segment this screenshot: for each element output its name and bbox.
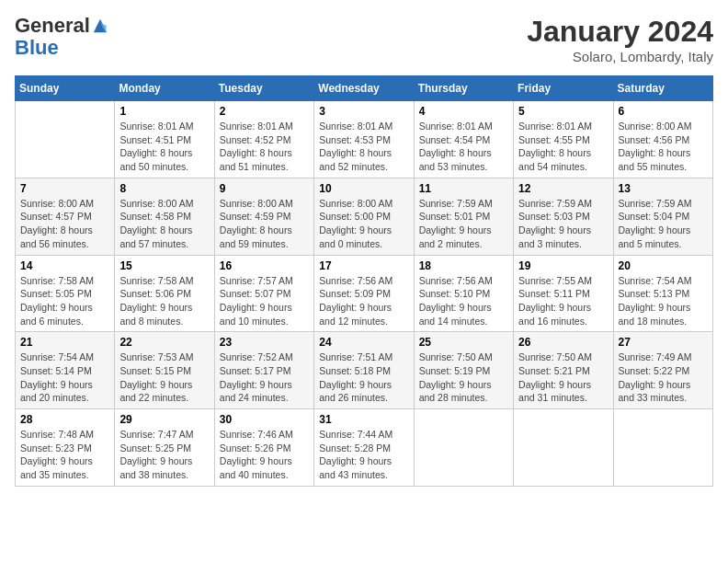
weekday-header-wednesday: Wednesday: [314, 76, 414, 101]
calendar-cell: [414, 409, 513, 487]
calendar-cell: 5Sunrise: 8:01 AMSunset: 4:55 PMDaylight…: [514, 101, 613, 178]
day-number: 29: [119, 413, 209, 426]
day-info: Sunrise: 7:46 AMSunset: 5:26 PMDaylight:…: [220, 428, 309, 482]
calendar-cell: [16, 101, 115, 178]
calendar-cell: [613, 409, 712, 487]
calendar-cell: 12Sunrise: 7:59 AMSunset: 5:03 PMDayligh…: [514, 178, 613, 255]
calendar-week-row: 21Sunrise: 7:54 AMSunset: 5:14 PMDayligh…: [16, 332, 713, 409]
day-info: Sunrise: 8:00 AMSunset: 5:00 PMDaylight:…: [319, 197, 408, 251]
calendar-table: SundayMondayTuesdayWednesdayThursdayFrid…: [15, 75, 713, 487]
calendar-cell: [514, 409, 613, 487]
day-info: Sunrise: 7:59 AMSunset: 5:03 PMDaylight:…: [518, 197, 608, 251]
calendar-cell: 6Sunrise: 8:00 AMSunset: 4:56 PMDaylight…: [613, 101, 712, 178]
calendar-cell: 28Sunrise: 7:48 AMSunset: 5:23 PMDayligh…: [16, 409, 115, 487]
day-info: Sunrise: 8:00 AMSunset: 4:56 PMDaylight:…: [619, 120, 708, 174]
day-number: 3: [319, 105, 408, 118]
calendar-cell: 31Sunrise: 7:44 AMSunset: 5:28 PMDayligh…: [314, 409, 414, 487]
calendar-cell: 23Sunrise: 7:52 AMSunset: 5:17 PMDayligh…: [214, 332, 313, 409]
day-number: 1: [119, 105, 209, 118]
day-number: 21: [20, 336, 109, 349]
calendar-cell: 22Sunrise: 7:53 AMSunset: 5:15 PMDayligh…: [115, 332, 214, 409]
day-info: Sunrise: 7:47 AMSunset: 5:25 PMDaylight:…: [119, 428, 209, 482]
calendar-cell: 16Sunrise: 7:57 AMSunset: 5:07 PMDayligh…: [214, 255, 313, 332]
calendar-cell: 3Sunrise: 8:01 AMSunset: 4:53 PMDaylight…: [314, 101, 414, 178]
day-info: Sunrise: 8:00 AMSunset: 4:57 PMDaylight:…: [20, 197, 109, 251]
calendar-week-row: 7Sunrise: 8:00 AMSunset: 4:57 PMDaylight…: [16, 178, 713, 255]
logo-blue: Blue: [15, 36, 59, 59]
day-info: Sunrise: 7:56 AMSunset: 5:10 PMDaylight:…: [419, 274, 508, 328]
weekday-header-sunday: Sunday: [16, 76, 115, 101]
day-number: 27: [619, 336, 708, 349]
location-title: Solaro, Lombardy, Italy: [527, 49, 713, 64]
day-info: Sunrise: 7:50 AMSunset: 5:19 PMDaylight:…: [419, 350, 508, 405]
day-number: 23: [220, 336, 309, 349]
calendar-week-row: 1Sunrise: 8:01 AMSunset: 4:51 PMDaylight…: [16, 101, 713, 178]
calendar-cell: 24Sunrise: 7:51 AMSunset: 5:18 PMDayligh…: [314, 332, 414, 409]
day-number: 20: [619, 259, 708, 272]
day-info: Sunrise: 7:52 AMSunset: 5:17 PMDaylight:…: [220, 350, 309, 405]
day-info: Sunrise: 7:50 AMSunset: 5:21 PMDaylight:…: [518, 350, 608, 405]
day-info: Sunrise: 8:01 AMSunset: 4:54 PMDaylight:…: [419, 120, 508, 174]
day-number: 9: [220, 182, 309, 195]
day-info: Sunrise: 7:51 AMSunset: 5:18 PMDaylight:…: [319, 350, 408, 405]
calendar-cell: 29Sunrise: 7:47 AMSunset: 5:25 PMDayligh…: [115, 409, 214, 487]
calendar-cell: 2Sunrise: 8:01 AMSunset: 4:52 PMDaylight…: [214, 101, 313, 178]
day-info: Sunrise: 7:56 AMSunset: 5:09 PMDaylight:…: [319, 274, 408, 328]
weekday-header-monday: Monday: [115, 76, 214, 101]
calendar-cell: 10Sunrise: 8:00 AMSunset: 5:00 PMDayligh…: [314, 178, 414, 255]
day-info: Sunrise: 7:57 AMSunset: 5:07 PMDaylight:…: [220, 274, 309, 328]
day-info: Sunrise: 8:00 AMSunset: 4:59 PMDaylight:…: [220, 197, 309, 251]
day-number: 18: [419, 259, 508, 272]
calendar-cell: 17Sunrise: 7:56 AMSunset: 5:09 PMDayligh…: [314, 255, 414, 332]
calendar-cell: 8Sunrise: 8:00 AMSunset: 4:58 PMDaylight…: [115, 178, 214, 255]
calendar-cell: 21Sunrise: 7:54 AMSunset: 5:14 PMDayligh…: [16, 332, 115, 409]
calendar-week-row: 14Sunrise: 7:58 AMSunset: 5:05 PMDayligh…: [16, 255, 713, 332]
logo-general: General: [15, 15, 90, 37]
calendar-week-row: 28Sunrise: 7:48 AMSunset: 5:23 PMDayligh…: [16, 409, 713, 487]
day-info: Sunrise: 8:01 AMSunset: 4:52 PMDaylight:…: [220, 120, 309, 174]
day-number: 5: [518, 105, 608, 118]
day-number: 10: [319, 182, 408, 195]
title-block: January 2024 Solaro, Lombardy, Italy: [527, 15, 713, 64]
calendar-cell: 13Sunrise: 7:59 AMSunset: 5:04 PMDayligh…: [613, 178, 712, 255]
calendar-cell: 18Sunrise: 7:56 AMSunset: 5:10 PMDayligh…: [414, 255, 513, 332]
day-number: 24: [319, 336, 408, 349]
weekday-header-row: SundayMondayTuesdayWednesdayThursdayFrid…: [16, 76, 713, 101]
day-number: 25: [419, 336, 508, 349]
calendar-cell: 30Sunrise: 7:46 AMSunset: 5:26 PMDayligh…: [214, 409, 313, 487]
calendar-cell: 25Sunrise: 7:50 AMSunset: 5:19 PMDayligh…: [414, 332, 513, 409]
day-info: Sunrise: 7:53 AMSunset: 5:15 PMDaylight:…: [119, 350, 209, 405]
day-info: Sunrise: 7:58 AMSunset: 5:06 PMDaylight:…: [119, 274, 209, 328]
day-number: 8: [119, 182, 209, 195]
calendar-cell: 27Sunrise: 7:49 AMSunset: 5:22 PMDayligh…: [613, 332, 712, 409]
day-info: Sunrise: 7:55 AMSunset: 5:11 PMDaylight:…: [518, 274, 608, 328]
day-info: Sunrise: 8:01 AMSunset: 4:53 PMDaylight:…: [319, 120, 408, 174]
calendar-cell: 11Sunrise: 7:59 AMSunset: 5:01 PMDayligh…: [414, 178, 513, 255]
calendar-cell: 7Sunrise: 8:00 AMSunset: 4:57 PMDaylight…: [16, 178, 115, 255]
day-info: Sunrise: 7:54 AMSunset: 5:13 PMDaylight:…: [619, 274, 708, 328]
weekday-header-tuesday: Tuesday: [214, 76, 313, 101]
logo-text: General Blue: [15, 15, 108, 59]
day-number: 31: [319, 413, 408, 426]
calendar-cell: 20Sunrise: 7:54 AMSunset: 5:13 PMDayligh…: [613, 255, 712, 332]
day-info: Sunrise: 8:01 AMSunset: 4:51 PMDaylight:…: [119, 120, 209, 174]
day-info: Sunrise: 7:49 AMSunset: 5:22 PMDaylight:…: [619, 350, 708, 405]
calendar-cell: 19Sunrise: 7:55 AMSunset: 5:11 PMDayligh…: [514, 255, 613, 332]
weekday-header-saturday: Saturday: [613, 76, 712, 101]
page-header: General Blue January 2024 Solaro, Lombar…: [15, 15, 713, 64]
day-number: 22: [119, 336, 209, 349]
calendar-cell: 15Sunrise: 7:58 AMSunset: 5:06 PMDayligh…: [115, 255, 214, 332]
day-number: 11: [419, 182, 508, 195]
day-number: 28: [20, 413, 109, 426]
month-title: January 2024: [527, 15, 713, 49]
day-info: Sunrise: 8:00 AMSunset: 4:58 PMDaylight:…: [119, 197, 209, 251]
day-info: Sunrise: 7:54 AMSunset: 5:14 PMDaylight:…: [20, 350, 109, 405]
day-number: 12: [518, 182, 608, 195]
day-info: Sunrise: 8:01 AMSunset: 4:55 PMDaylight:…: [518, 120, 608, 174]
weekday-header-friday: Friday: [514, 76, 613, 101]
day-info: Sunrise: 7:59 AMSunset: 5:01 PMDaylight:…: [419, 197, 508, 251]
calendar-cell: 1Sunrise: 8:01 AMSunset: 4:51 PMDaylight…: [115, 101, 214, 178]
day-number: 15: [119, 259, 209, 272]
day-number: 6: [619, 105, 708, 118]
day-info: Sunrise: 7:58 AMSunset: 5:05 PMDaylight:…: [20, 274, 109, 328]
